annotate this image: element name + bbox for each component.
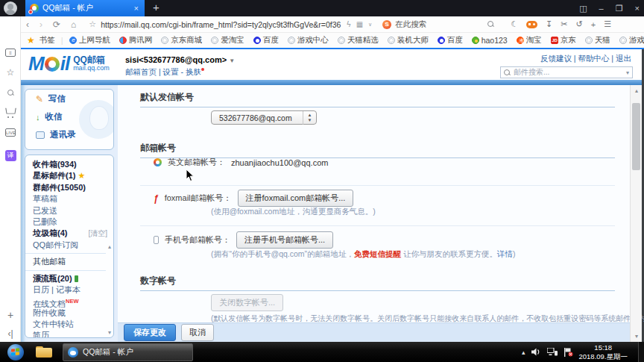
other-mailbox[interactable]: 其他邮箱	[33, 256, 113, 267]
bookmark-item[interactable]: 京东商城	[161, 35, 202, 46]
default-sender-select[interactable]: 532677786@qq.com ▲▼	[211, 110, 317, 125]
bookmark-item[interactable]: 游戏中心	[288, 35, 329, 46]
qqmail-logo[interactable]: Mil QQ邮箱 mail.qq.com	[28, 52, 110, 75]
network-icon[interactable]	[547, 348, 558, 356]
app-online-docs[interactable]: 在线文档NEW	[33, 296, 113, 307]
bookmarks-star-icon[interactable]: ★	[27, 35, 35, 46]
bookmark-item[interactable]: 淘宝	[517, 35, 542, 46]
game-center-icon[interactable]	[526, 21, 537, 28]
reader-card-icon[interactable]: ≡	[0, 46, 21, 57]
side-search-icon[interactable]	[0, 88, 21, 99]
bookmark-item[interactable]: 游戏娱乐	[619, 35, 644, 46]
screenshot-scissors-icon[interactable]: ✂	[561, 19, 567, 29]
folder-spam[interactable]: 垃圾箱(4)[清空]	[33, 228, 113, 239]
folder-sent[interactable]: 已发送	[33, 205, 113, 216]
register-foxmail-button[interactable]: 注册foxmail.com邮箱帐号...	[238, 190, 354, 207]
bookmark-item[interactable]: 腾讯网	[119, 35, 153, 46]
search-icon[interactable]	[487, 21, 494, 28]
minimize-button[interactable]: –	[599, 4, 604, 13]
windows-logo-icon	[11, 348, 19, 355]
bookmark-item[interactable]: 上网导航	[69, 35, 110, 46]
details-link[interactable]: 详情	[497, 249, 513, 258]
folder-drafts[interactable]: 草稿箱	[33, 193, 113, 205]
strip-add-icon[interactable]: +	[0, 309, 21, 321]
save-button[interactable]: 保存更改	[124, 324, 176, 341]
bookmark-item[interactable]: hao123	[472, 36, 508, 45]
register-phone-button[interactable]: 注册手机号邮箱帐号...	[236, 231, 333, 249]
app-resume[interactable]: 简历	[33, 330, 113, 338]
bookmark-item[interactable]: 天猫精选	[338, 35, 379, 46]
receive-button[interactable]: ↓收信	[25, 107, 113, 125]
start-button[interactable]	[7, 344, 24, 361]
maximize-button[interactable]: ❐	[616, 4, 623, 13]
folder-starred[interactable]: 星标邮件(1) ★	[33, 170, 113, 181]
bookmark-star-icon[interactable]: ☆	[89, 19, 96, 29]
live-icon[interactable]: LIVE	[0, 128, 21, 137]
scrollbar-thumb[interactable]	[632, 103, 640, 170]
show-desktop-button[interactable]	[638, 342, 644, 362]
page-scrollbar[interactable]: ▴ ▾	[630, 85, 642, 342]
bookmark-item[interactable]: 百度	[438, 35, 463, 46]
app-drift-bottle[interactable]: 漂流瓶(20)	[33, 273, 113, 284]
menu-icon[interactable]: ☰	[604, 19, 611, 29]
forward-button[interactable]: ›	[40, 19, 42, 30]
bookmark-item[interactable]: 百度	[253, 35, 279, 46]
folder-deleted[interactable]: 已删除	[33, 216, 113, 228]
browser-search-box[interactable]: S 在此搜索	[382, 19, 494, 30]
speaker-icon[interactable]	[531, 348, 541, 356]
compose-button[interactable]: ✎写信	[25, 90, 113, 107]
cancel-button[interactable]: 取消	[181, 324, 214, 341]
scroll-up-icon[interactable]: ▴	[631, 87, 643, 94]
search-dropdown-icon[interactable]: ▾	[626, 69, 629, 76]
sidebar-scroll-up-icon[interactable]: ▴	[108, 243, 111, 250]
browser-tab-qqmail[interactable]: QQ邮箱 - 帐户 ×	[25, 0, 145, 16]
back-button[interactable]: ‹	[26, 19, 29, 30]
taskbar-task-qqmail[interactable]: QQ邮箱 - 帐户	[63, 343, 193, 361]
download-icon[interactable]: ↧	[546, 19, 552, 29]
history-undo-icon[interactable]: ↺	[576, 19, 583, 29]
bookmark-item[interactable]: 爱淘宝	[211, 35, 244, 46]
home-button[interactable]: ⌂	[71, 19, 76, 30]
search-engine-icon[interactable]: S	[382, 20, 391, 29]
header-links[interactable]: 反馈建议 | 帮助中心 | 退出	[540, 54, 631, 64]
mail-search-input[interactable]: 邮件搜索... ▾	[500, 66, 633, 78]
night-mode-icon[interactable]: ☾	[511, 19, 518, 29]
shopping-cart-icon[interactable]	[0, 107, 21, 118]
app-calendar-notes[interactable]: 日历 | 记事本	[33, 284, 113, 296]
url-dropdown-icon[interactable]: ∨	[368, 22, 372, 28]
translate-icon[interactable]: 译	[0, 149, 21, 161]
empty-spam-link[interactable]: [清空]	[88, 228, 107, 239]
tray-expand-icon[interactable]: ▴	[522, 349, 525, 356]
account-menu[interactable]: sisi<532677786@qq.com> ▼	[125, 54, 235, 66]
bookmarks-label[interactable]: 书签	[40, 35, 55, 46]
add-icon[interactable]: +	[591, 20, 596, 29]
tab-close-icon[interactable]: ×	[133, 4, 140, 13]
app-file-transfer[interactable]: 文件中转站	[33, 319, 113, 330]
bookmark-item[interactable]: 装机大师	[388, 35, 429, 46]
lightning-icon[interactable]: ϟ	[347, 20, 350, 28]
qr-code-icon[interactable]: ▦	[356, 20, 363, 28]
action-center-flag-icon[interactable]	[564, 348, 573, 357]
app-attachments[interactable]: 附件收藏	[33, 308, 113, 319]
search-placeholder[interactable]: 在此搜索	[395, 19, 426, 30]
collapse-panel-icon[interactable]: ‹|	[0, 328, 21, 339]
explorer-taskbar-icon[interactable]	[36, 346, 52, 358]
taskbar-clock[interactable]: 15:18 2018.09.星期一	[579, 343, 628, 361]
folder-group-mail[interactable]: 群邮件(15050)	[33, 182, 113, 193]
folder-inbox[interactable]: 收件箱(934)	[33, 159, 113, 170]
bookmark-item[interactable]: 天猫	[585, 35, 610, 46]
account-caret-icon: ▼	[229, 57, 235, 64]
bookmark-item[interactable]: 京东	[551, 35, 576, 46]
favorites-star-icon[interactable]: ☆	[0, 67, 21, 78]
contacts-button[interactable]: 通讯录	[25, 125, 113, 143]
refresh-button[interactable]: ⟳	[53, 19, 60, 30]
url-text[interactable]: https://mail.qq.com/cgi-bin/frame_html?s…	[101, 20, 341, 29]
skin-icon[interactable]: ◫	[579, 4, 587, 13]
new-tab-button[interactable]: +	[153, 1, 160, 13]
folder-subscriptions[interactable]: QQ邮件订阅	[33, 240, 113, 251]
sidebar-scroll-down-icon[interactable]: ▾	[108, 329, 111, 336]
mail-nav-links[interactable]: 邮箱首页 | 设置 - 换肤	[125, 66, 235, 78]
scroll-down-icon[interactable]: ▾	[631, 333, 643, 340]
browser-profile-avatar[interactable]	[4, 1, 17, 15]
close-window-button[interactable]: ×	[635, 4, 640, 13]
